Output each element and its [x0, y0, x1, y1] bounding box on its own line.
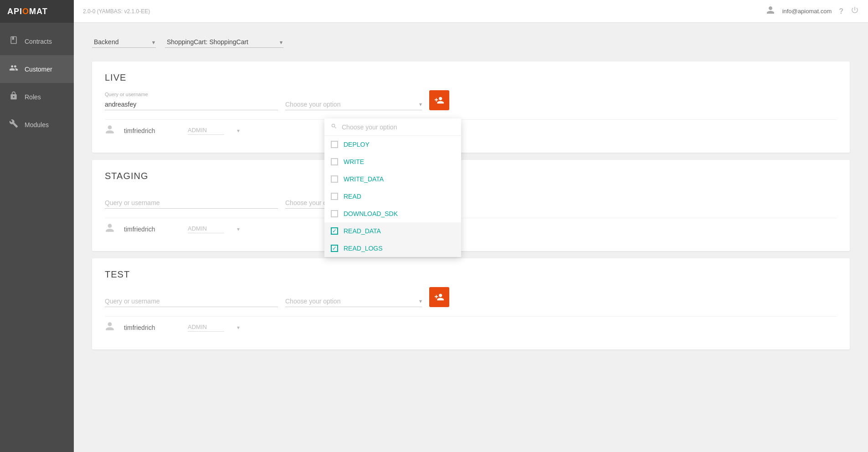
- logo-text: APIOMAT: [7, 7, 48, 16]
- power-icon[interactable]: [851, 6, 859, 16]
- sidebar-item-customer-label: Customer: [25, 66, 52, 73]
- live-user-name: timfriedrich: [124, 127, 179, 134]
- sidebar-item-modules-label: Modules: [25, 121, 49, 128]
- dropdown-item-write-data[interactable]: WRITE_DATA: [324, 170, 461, 188]
- staging-user-name: timfriedrich: [124, 226, 179, 233]
- sidebar-item-roles[interactable]: Roles: [0, 83, 74, 111]
- dropdown-item-read-data[interactable]: ✓ READ_DATA: [324, 222, 461, 240]
- read-checkbox: [331, 193, 338, 200]
- sidebar-item-contracts-label: Contracts: [25, 38, 52, 45]
- dropdown-search-row: Choose your option: [324, 118, 461, 136]
- staging-query-input[interactable]: [105, 197, 278, 209]
- module-filter-wrapper: ShoppingCart: ShoppingCart ▾: [165, 36, 283, 48]
- live-section: LIVE Query or username Choose your optio…: [92, 62, 850, 153]
- read-logs-checkbox: ✓: [331, 245, 338, 252]
- test-input-row: Choose your option ▾: [105, 287, 837, 307]
- live-option-select[interactable]: Choose your option: [285, 99, 422, 110]
- test-section: TEST Choose your option ▾: [92, 258, 850, 349]
- live-option-wrapper: Choose your option ▾: [285, 99, 422, 110]
- download-sdk-label: DOWNLOAD_SDK: [344, 210, 398, 217]
- live-user-row: timfriedrich ADMIN ▾: [105, 119, 837, 142]
- add-user-icon: [434, 95, 444, 105]
- sidebar-item-customer[interactable]: Customer: [0, 55, 74, 83]
- dropdown-search-placeholder: Choose your option: [342, 123, 397, 131]
- book-icon: [9, 36, 18, 47]
- live-add-user-button[interactable]: [429, 90, 449, 110]
- logo: APIOMAT: [0, 0, 74, 23]
- write-data-label: WRITE_DATA: [344, 175, 384, 183]
- test-option-wrapper: Choose your option ▾: [285, 296, 422, 307]
- lock-icon: [9, 91, 18, 103]
- write-label: WRITE: [344, 158, 364, 165]
- test-user-name: timfriedrich: [124, 324, 179, 331]
- test-query-wrapper: [105, 296, 278, 307]
- test-query-input[interactable]: [105, 296, 278, 307]
- live-query-wrapper: Query or username: [105, 92, 278, 110]
- staging-input-row: Choose your option ▾: [105, 189, 837, 209]
- wrench-icon: [9, 119, 18, 130]
- dropdown-item-read[interactable]: READ: [324, 188, 461, 205]
- test-add-user-button[interactable]: [429, 287, 449, 307]
- write-checkbox: [331, 158, 338, 165]
- help-icon[interactable]: ?: [839, 7, 843, 15]
- download-sdk-checkbox: [331, 210, 338, 217]
- content: Backend ▾ ShoppingCart: ShoppingCart ▾ L…: [74, 23, 868, 452]
- filter-row: Backend ▾ ShoppingCart: ShoppingCart ▾: [92, 36, 850, 48]
- topbar-right: info@apiomat.com ?: [766, 5, 859, 17]
- deploy-label: DEPLOY: [344, 141, 370, 148]
- live-user-icon: [105, 124, 115, 137]
- staging-role-arrow: ▾: [237, 226, 240, 232]
- dropdown-item-deploy[interactable]: DEPLOY: [324, 136, 461, 153]
- test-option-select[interactable]: Choose your option: [285, 296, 422, 307]
- topbar: 2.0-0 (YAMBAS: v2.1.0-EE) info@apiomat.c…: [74, 0, 868, 23]
- people-icon: [9, 63, 18, 75]
- dropdown-item-read-logs[interactable]: ✓ READ_LOGS: [324, 240, 461, 257]
- sidebar-item-modules[interactable]: Modules: [0, 111, 74, 139]
- sidebar-item-contracts[interactable]: Contracts: [0, 27, 74, 55]
- test-title: TEST: [105, 269, 837, 280]
- staging-user-row: timfriedrich ADMIN ▾: [105, 218, 837, 240]
- module-select[interactable]: ShoppingCart: ShoppingCart: [165, 36, 283, 48]
- add-user-icon-test: [434, 292, 444, 302]
- live-query-label: Query or username: [105, 92, 278, 97]
- options-dropdown-overlay: Choose your option DEPLOY WRITE WRITE_DA…: [324, 118, 461, 257]
- live-input-row: Query or username Choose your option ▾: [105, 90, 837, 110]
- deploy-checkbox: [331, 141, 338, 148]
- dropdown-item-download-sdk[interactable]: DOWNLOAD_SDK: [324, 205, 461, 222]
- read-label: READ: [344, 193, 361, 200]
- sidebar-nav: Contracts Customer Roles Modules: [0, 27, 74, 139]
- live-role-arrow: ▾: [237, 128, 240, 134]
- staging-user-icon: [105, 223, 115, 236]
- sidebar-item-roles-label: Roles: [25, 93, 41, 101]
- live-user-role: ADMIN: [188, 127, 224, 135]
- read-data-label: READ_DATA: [344, 227, 381, 235]
- user-email: info@apiomat.com: [782, 8, 832, 15]
- backend-select[interactable]: Backend: [92, 36, 156, 48]
- version-label: 2.0-0 (YAMBAS: v2.1.0-EE): [83, 8, 150, 15]
- staging-user-role: ADMIN: [188, 225, 224, 233]
- staging-title: STAGING: [105, 171, 837, 181]
- test-user-role: ADMIN: [188, 324, 224, 332]
- backend-filter-wrapper: Backend ▾: [92, 36, 156, 48]
- user-icon: [766, 5, 775, 17]
- sidebar: APIOMAT Contracts Customer Roles Modul: [0, 0, 74, 452]
- live-title: LIVE: [105, 72, 837, 83]
- staging-section: STAGING Choose your option ▾: [92, 160, 850, 251]
- live-query-input[interactable]: [105, 99, 278, 110]
- test-user-icon: [105, 321, 115, 334]
- test-user-row: timfriedrich ADMIN ▾: [105, 316, 837, 339]
- read-logs-label: READ_LOGS: [344, 245, 383, 252]
- test-role-arrow: ▾: [237, 324, 240, 331]
- main-area: 2.0-0 (YAMBAS: v2.1.0-EE) info@apiomat.c…: [74, 0, 868, 452]
- dropdown-item-write[interactable]: WRITE: [324, 153, 461, 170]
- dropdown-search-icon: [331, 123, 337, 131]
- staging-query-wrapper: [105, 197, 278, 209]
- write-data-checkbox: [331, 175, 338, 183]
- read-data-checkbox: ✓: [331, 227, 338, 235]
